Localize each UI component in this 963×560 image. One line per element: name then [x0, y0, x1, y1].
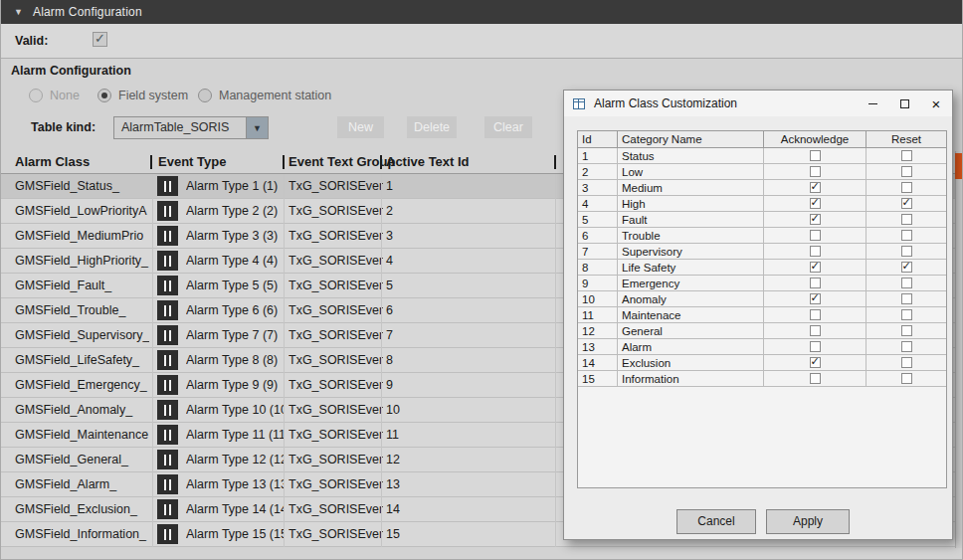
collapse-triangle-icon[interactable]: ▼	[14, 7, 23, 17]
acknowledge-checkbox[interactable]	[810, 214, 821, 225]
acknowledge-checkbox[interactable]	[810, 357, 821, 368]
acknowledge-checkbox[interactable]	[810, 150, 821, 161]
reset-checkbox[interactable]	[901, 341, 912, 352]
new-button[interactable]: New	[337, 116, 384, 138]
active-text-id-cell: 12	[386, 448, 400, 471]
scrollbar-thumb[interactable]	[955, 153, 962, 179]
acknowledge-checkbox[interactable]	[810, 278, 821, 288]
apply-button[interactable]: Apply	[766, 509, 850, 534]
active-text-id-cell: 11	[386, 423, 399, 447]
alarm-class-row[interactable]: 14 Exclusion	[578, 355, 946, 371]
radio-circle-icon[interactable]	[29, 89, 43, 102]
alarm-class-row[interactable]: 4 High	[578, 196, 946, 212]
dialog-titlebar[interactable]: Alarm Class Customization ×	[564, 91, 952, 116]
alarm-class-row[interactable]: 7 Supervisory	[578, 244, 946, 260]
pause-bars-icon[interactable]	[157, 524, 178, 544]
radio-none[interactable]: None	[29, 89, 80, 102]
event-type-cell: Alarm Type 8 (8)	[186, 348, 284, 372]
table-kind-dropdown[interactable]: AlarmTable_SORIS ▼	[113, 116, 269, 139]
id-cell: 2	[578, 164, 618, 179]
reset-cell	[867, 307, 946, 322]
acknowledge-cell	[764, 244, 867, 259]
reset-checkbox[interactable]	[901, 309, 912, 320]
radio-field-system[interactable]: Field system	[97, 89, 188, 102]
pause-bars-icon[interactable]	[157, 251, 178, 271]
valid-checkbox[interactable]	[93, 32, 107, 47]
acknowledge-checkbox[interactable]	[810, 341, 821, 352]
alarm-class-row[interactable]: 12 General	[578, 323, 946, 339]
reset-checkbox[interactable]	[901, 278, 912, 288]
pause-bars-icon[interactable]	[157, 300, 178, 320]
pause-bars-icon[interactable]	[157, 450, 178, 469]
alarm-class-cell: GMSField_Supervisory_	[15, 323, 149, 347]
radio-circle-icon[interactable]	[198, 89, 212, 102]
reset-cell	[867, 244, 946, 259]
reset-checkbox[interactable]	[901, 182, 912, 193]
pause-bars-icon[interactable]	[157, 325, 178, 345]
reset-checkbox[interactable]	[901, 150, 912, 161]
alarm-class-row[interactable]: 11 Maintenace	[578, 307, 946, 323]
acknowledge-checkbox[interactable]	[810, 230, 821, 241]
event-text-group-cell: TxG_SORISEventText	[289, 174, 383, 198]
pause-bars-icon[interactable]	[157, 276, 178, 295]
pause-bars-icon[interactable]	[157, 176, 178, 196]
delete-button[interactable]: Delete	[407, 116, 457, 138]
alarm-class-row[interactable]: 13 Alarm	[578, 339, 946, 355]
acknowledge-checkbox[interactable]	[810, 198, 821, 209]
alarm-class-row[interactable]: 3 Medium	[578, 180, 946, 196]
acknowledge-checkbox[interactable]	[810, 293, 821, 304]
reset-checkbox[interactable]	[901, 214, 912, 225]
pause-bars-icon[interactable]	[157, 400, 178, 420]
pause-bars-icon[interactable]	[157, 375, 178, 395]
pause-bars-icon[interactable]	[157, 499, 178, 519]
alarm-class-row[interactable]: 1 Status	[578, 148, 946, 164]
acknowledge-checkbox[interactable]	[810, 373, 821, 384]
radio-management-station[interactable]: Management station	[198, 89, 331, 102]
cancel-button[interactable]: Cancel	[676, 509, 756, 534]
pause-bars-icon[interactable]	[157, 226, 178, 246]
alarm-class-row[interactable]: 6 Trouble	[578, 228, 946, 244]
acknowledge-checkbox[interactable]	[810, 166, 821, 177]
alarm-class-row[interactable]: 8 Life Safety	[578, 260, 946, 276]
category-name-cell: Trouble	[618, 228, 764, 243]
event-type-cell: Alarm Type 14 (14)	[186, 497, 284, 521]
window-titlebar[interactable]: ▼ Alarm Configuration	[1, 0, 963, 24]
acknowledge-cell	[764, 260, 867, 275]
alarm-class-row[interactable]: 5 Fault	[578, 212, 946, 228]
minimize-button[interactable]	[857, 91, 888, 116]
category-name-cell: Information	[618, 371, 764, 386]
acknowledge-checkbox[interactable]	[810, 309, 821, 320]
acknowledge-checkbox[interactable]	[810, 325, 821, 336]
pause-bars-icon[interactable]	[157, 474, 178, 494]
clear-button[interactable]: Clear	[484, 116, 532, 138]
acknowledge-checkbox[interactable]	[810, 246, 821, 257]
acknowledge-checkbox[interactable]	[810, 182, 821, 193]
alarm-class-row[interactable]: 15 Information	[578, 371, 946, 387]
acknowledge-cell	[764, 164, 867, 179]
reset-checkbox[interactable]	[901, 293, 912, 304]
close-button[interactable]: ×	[920, 91, 952, 116]
alarm-class-customization-dialog: Alarm Class Customization × Id Category …	[563, 90, 953, 540]
reset-checkbox[interactable]	[901, 246, 912, 257]
vertical-scrollbar[interactable]	[955, 151, 962, 548]
event-type-cell: Alarm Type 1 (1)	[186, 174, 284, 198]
pause-bars-icon[interactable]	[157, 350, 178, 370]
pause-bars-icon[interactable]	[157, 425, 178, 445]
reset-checkbox[interactable]	[901, 198, 912, 209]
reset-checkbox[interactable]	[901, 262, 912, 273]
reset-checkbox[interactable]	[901, 166, 912, 177]
acknowledge-checkbox[interactable]	[810, 262, 821, 273]
reset-checkbox[interactable]	[901, 230, 912, 241]
chevron-down-icon[interactable]: ▼	[246, 117, 268, 138]
maximize-button[interactable]	[888, 91, 920, 116]
reset-checkbox[interactable]	[901, 373, 912, 384]
reset-checkbox[interactable]	[901, 325, 912, 336]
pause-bars-icon[interactable]	[157, 201, 178, 221]
alarm-class-cell: GMSField_General_	[15, 448, 149, 471]
alarm-class-row[interactable]: 9 Emergency	[578, 276, 946, 291]
category-name-cell: Exclusion	[618, 355, 764, 370]
reset-checkbox[interactable]	[901, 357, 912, 368]
radio-circle-icon[interactable]	[97, 89, 111, 102]
alarm-class-row[interactable]: 2 Low	[578, 164, 946, 180]
alarm-class-row[interactable]: 10 Anomaly	[578, 291, 946, 307]
